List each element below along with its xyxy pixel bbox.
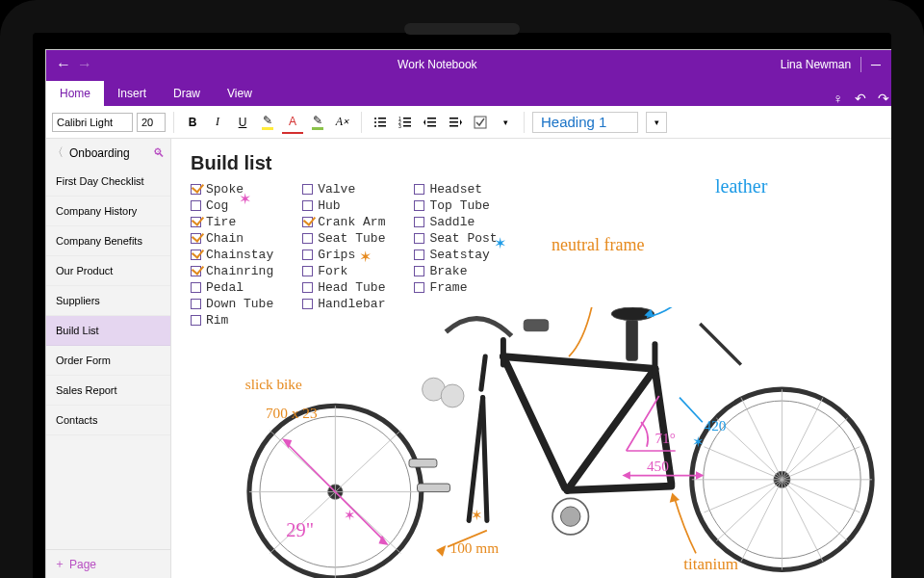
ink-color-button[interactable]: ✎: [307, 111, 328, 134]
checklist-label: Frame: [429, 280, 467, 295]
checklist-item[interactable]: Hub: [302, 198, 385, 213]
checkbox-icon[interactable]: [414, 282, 424, 293]
window-title: Work Notebook: [102, 58, 773, 71]
indent-button[interactable]: [445, 111, 466, 134]
tab-draw[interactable]: Draw: [160, 81, 214, 106]
checklist-item[interactable]: Headset: [414, 182, 497, 197]
svg-line-66: [700, 324, 741, 365]
back-icon[interactable]: ←: [56, 56, 71, 73]
ink-annotation-titanium: titanium: [683, 555, 738, 573]
checklist-item[interactable]: Seatstay: [414, 248, 497, 262]
close-icon[interactable]: ⨉: [912, 57, 920, 73]
sidebar-item-benefits[interactable]: Company Benefits: [46, 226, 170, 256]
checklist-item[interactable]: Seat Tube: [302, 231, 385, 246]
checkbox-icon[interactable]: [302, 217, 313, 227]
undo-icon[interactable]: ↶: [855, 91, 866, 106]
underline-button[interactable]: U: [232, 111, 253, 134]
checklist-item[interactable]: Spoke: [191, 182, 273, 197]
checkbox-icon[interactable]: [302, 200, 313, 211]
checkbox-icon[interactable]: [414, 250, 424, 260]
checkbox-icon[interactable]: [302, 184, 313, 195]
checkbox-icon[interactable]: [302, 282, 313, 293]
sidebar-back-icon[interactable]: 〈: [52, 144, 64, 161]
svg-point-61: [441, 384, 464, 407]
tab-insert[interactable]: Insert: [104, 81, 160, 106]
checkbox-icon[interactable]: [414, 266, 424, 276]
maximize-icon[interactable]: ▢: [890, 57, 903, 72]
font-size-input[interactable]: [137, 113, 166, 132]
share-icon[interactable]: ⇧: [901, 91, 912, 106]
section-title[interactable]: Onboarding: [69, 146, 147, 160]
italic-button[interactable]: I: [207, 111, 228, 134]
add-page-button[interactable]: ＋ Page: [46, 549, 170, 578]
font-name-input[interactable]: [52, 113, 133, 132]
checklist-label: Fork: [318, 264, 347, 278]
svg-line-30: [741, 398, 783, 480]
checklist-item[interactable]: Crank Arm: [302, 215, 385, 229]
tab-view[interactable]: View: [214, 81, 266, 106]
checkbox-icon[interactable]: [191, 200, 201, 211]
checklist-item[interactable]: Tire: [191, 215, 273, 229]
star-ink-icon: ✶: [692, 434, 705, 450]
checklist-item[interactable]: Pedal: [191, 280, 273, 295]
checklist-item[interactable]: Fork: [302, 264, 385, 278]
checkbox-icon[interactable]: [414, 233, 424, 244]
highlight-button[interactable]: ✎: [257, 111, 278, 134]
checklist-item[interactable]: Seat Post: [414, 231, 497, 246]
checklist-item[interactable]: Valve: [302, 182, 385, 197]
font-color-button[interactable]: A: [282, 111, 303, 134]
sidebar-item-order-form[interactable]: Order Form: [46, 346, 170, 376]
page-canvas[interactable]: Build list SpokeCogTireChainChainstayCha…: [171, 139, 924, 578]
checkbox-icon[interactable]: [302, 266, 313, 276]
redo-icon[interactable]: ↷: [878, 91, 889, 106]
checklist-item[interactable]: Top Tube: [414, 198, 497, 213]
checkbox-icon[interactable]: [302, 250, 313, 260]
todo-dropdown[interactable]: ▾: [495, 111, 516, 134]
numbering-button[interactable]: 123: [395, 111, 416, 134]
checklist-item[interactable]: Cog: [191, 198, 273, 213]
checkbox-icon[interactable]: [191, 217, 201, 227]
checkbox-icon[interactable]: [191, 282, 201, 293]
svg-line-72: [680, 398, 703, 423]
sidebar-item-build-list[interactable]: Build List: [46, 316, 170, 346]
checklist-item[interactable]: Grips: [302, 248, 385, 262]
sidebar-item-sales-report[interactable]: Sales Report: [46, 376, 170, 406]
sidebar-item-first-day[interactable]: First Day Checklist: [46, 167, 170, 197]
svg-rect-18: [475, 117, 486, 128]
checkbox-icon[interactable]: [414, 184, 424, 195]
checkbox-icon[interactable]: [302, 233, 313, 244]
checkbox-icon[interactable]: [414, 217, 424, 227]
bold-button[interactable]: B: [182, 111, 203, 134]
checklist-label: Headset: [429, 182, 482, 197]
sidebar-item-suppliers[interactable]: Suppliers: [46, 286, 170, 316]
checklist-item[interactable]: Chain: [191, 231, 273, 246]
checklist-item[interactable]: Brake: [414, 264, 497, 278]
bullets-button[interactable]: [370, 111, 391, 134]
checkbox-icon[interactable]: [191, 233, 201, 244]
divider: [173, 112, 174, 133]
minimize-icon[interactable]: ─: [871, 57, 881, 72]
style-dropdown[interactable]: ▾: [646, 112, 667, 133]
checkbox-icon[interactable]: [191, 184, 201, 195]
checklist-item[interactable]: Chainring: [191, 264, 273, 278]
search-icon[interactable]: 🔍︎: [153, 146, 165, 160]
checklist-item[interactable]: Head Tube: [302, 280, 385, 295]
checkbox-icon[interactable]: [414, 200, 424, 211]
svg-line-51: [567, 369, 654, 490]
checkbox-icon[interactable]: [191, 250, 201, 260]
tab-home[interactable]: Home: [46, 81, 104, 106]
sidebar-item-contacts[interactable]: Contacts: [46, 406, 170, 435]
lightbulb-icon[interactable]: ♀: [834, 91, 844, 106]
style-selector[interactable]: Heading 1: [532, 112, 638, 133]
sidebar-item-history[interactable]: Company History: [46, 197, 170, 226]
forward-icon[interactable]: →: [77, 56, 92, 73]
checkbox-icon[interactable]: [191, 266, 201, 276]
checklist-item[interactable]: Saddle: [414, 215, 497, 229]
outdent-button[interactable]: [420, 111, 441, 134]
todo-button[interactable]: [470, 111, 491, 134]
checklist-item[interactable]: Frame: [414, 280, 497, 295]
checklist-item[interactable]: Chainstay: [191, 248, 273, 262]
user-name[interactable]: Lina Newman: [781, 58, 851, 71]
clear-format-button[interactable]: A✕: [332, 111, 353, 134]
sidebar-item-product[interactable]: Our Product: [46, 256, 170, 286]
